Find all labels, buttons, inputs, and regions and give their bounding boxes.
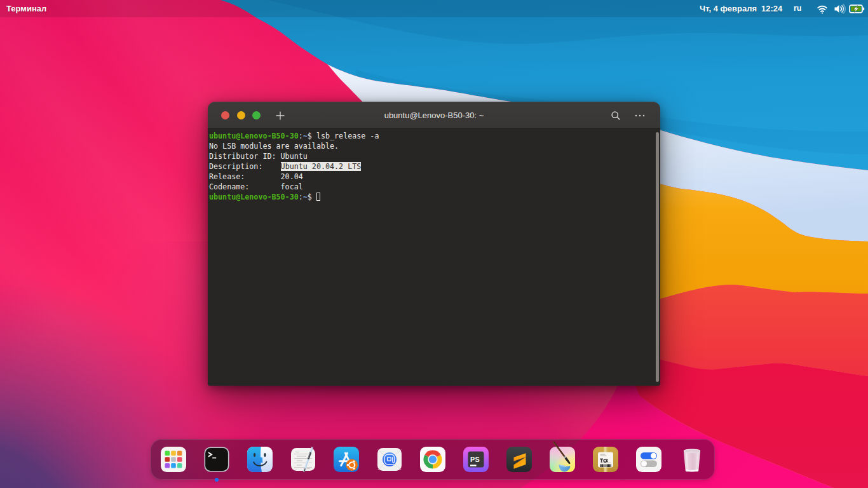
top-bar: Терминал Чт, 4 февраля12:24 ru [0,0,868,17]
dock-icon-trash[interactable] [679,447,705,472]
output-line-distributor: Distributor ID: Ubuntu [209,152,308,161]
to-label-glyph [600,459,607,462]
svg-text:PS: PS [470,456,480,463]
dock-icon-settings[interactable] [636,447,661,472]
terminal-viewport[interactable]: ubuntu@Lenovo-B50-30:~$ lsb_release -a N… [208,130,660,386]
scrollbar-thumb[interactable] [656,132,659,382]
prompt-separator: : [299,132,303,140]
terminal-window: ubuntu@Lenovo-B50-30: ~ ubuntu@Lenovo-B5… [208,102,660,386]
command-text: lsb_release -a [316,132,379,140]
dock-icon-chrome[interactable] [420,447,445,472]
prompt-path: ~ [303,193,308,201]
search-icon[interactable] [611,111,621,121]
wifi-icon[interactable] [817,0,828,17]
dock-icon-mail[interactable] [377,447,402,472]
dock-icon-terminal[interactable] [204,447,229,472]
focused-app-menu[interactable]: Терминал [6,0,46,17]
dock-icon-launchpad[interactable] [161,447,186,472]
dock-icon-ubuntu-software[interactable] [334,447,359,472]
output-line-description-label: Description: [209,162,281,171]
time-label: 12:24 [761,4,782,13]
dock: PS [151,439,715,480]
prompt-separator: : [299,193,303,201]
dock-icon-finder[interactable] [247,447,273,472]
running-indicator-dot [215,478,219,482]
prompt-user-host: ubuntu@Lenovo-B50-30 [209,132,299,140]
terminal-cursor [316,193,321,201]
volume-icon[interactable] [834,0,846,17]
selected-text[interactable]: Ubuntu 20.04.2 LTS [281,162,362,171]
date-label: Чт, 4 февраля [700,4,757,13]
output-line-release: Release: 20.04 [209,172,303,181]
dock-icon-phpstorm[interactable]: PS [463,447,489,472]
output-line-no-lsb: No LSB modules are available. [209,142,339,151]
prompt-path: ~ [303,132,308,140]
clock-menu[interactable]: Чт, 4 февраля12:24 [700,0,782,17]
dock-icon-sublime-text[interactable] [506,447,532,472]
menu-kebab-icon[interactable] [634,111,646,121]
output-line-codename: Codename: focal [209,182,303,191]
dock-icon-krita[interactable] [550,447,575,472]
prompt-symbol: $ [308,132,316,140]
titlebar[interactable]: ubuntu@Lenovo-B50-30: ~ [208,102,660,129]
window-title: ubuntu@Lenovo-B50-30: ~ [208,102,660,129]
battery-charging-icon[interactable] [849,0,865,17]
prompt-user-host: ubuntu@Lenovo-B50-30 [209,193,299,201]
dock-icon-package-tracker[interactable] [593,447,618,472]
keyboard-layout-indicator[interactable]: ru [794,0,802,17]
terminal-text: ubuntu@Lenovo-B50-30:~$ lsb_release -a N… [209,131,379,202]
dock-icon-textedit[interactable] [290,447,316,472]
prompt-symbol: $ [308,193,316,201]
